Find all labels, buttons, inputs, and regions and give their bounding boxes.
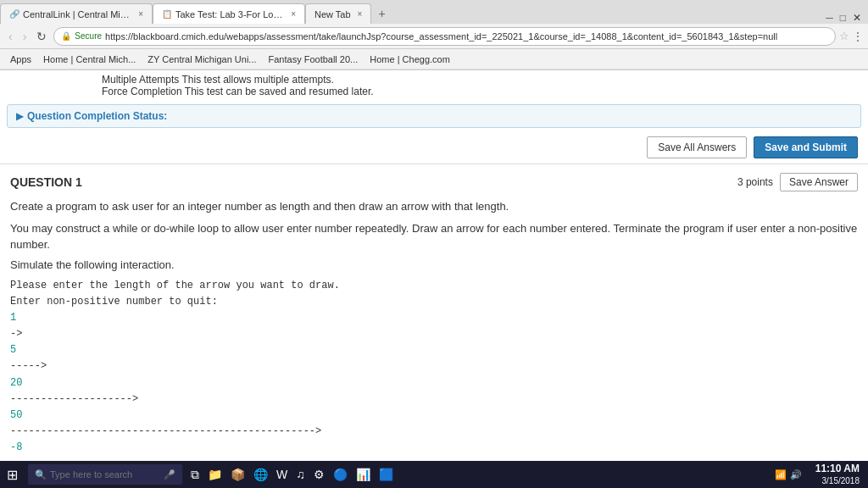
code-line-9: ----------------------------------------… xyxy=(10,424,858,440)
bookmark-apps[interactable]: Apps xyxy=(5,53,36,66)
question-1-text1: Create a program to ask user for an inte… xyxy=(10,198,858,215)
settings-icon[interactable]: ⚙ xyxy=(312,466,326,483)
word-icon[interactable]: W xyxy=(275,466,289,483)
maximize-button[interactable]: □ xyxy=(840,12,846,24)
tab-close-3[interactable]: × xyxy=(358,9,363,19)
bookmark-zy-central[interactable]: ZY Central Michigan Uni... xyxy=(142,53,261,66)
code-line-1: Enter non-positive number to quit: xyxy=(10,294,858,310)
tab-close-1[interactable]: × xyxy=(138,9,143,19)
qcs-icon: ▶ xyxy=(16,110,24,122)
address-box[interactable]: 🔒 Secure https://blackboard.cmich.edu/we… xyxy=(53,27,836,46)
qcs-bar: ▶ Question Completion Status: xyxy=(7,104,861,128)
windows-icon: ⊞ xyxy=(7,467,18,483)
back-button[interactable]: ‹ xyxy=(5,28,16,45)
question-1-simulate: Simulate the following interaction. xyxy=(10,258,858,271)
app7-icon[interactable]: 🟦 xyxy=(377,466,395,483)
save-submit-button[interactable]: Save and Submit xyxy=(754,136,858,158)
bookmark-fantasy[interactable]: Fantasy Football 20... xyxy=(264,53,364,66)
question-1-code: Please enter the length of the arrow you… xyxy=(10,278,858,457)
app5-icon[interactable]: 🔵 xyxy=(331,466,349,483)
question-1-title: QUESTION 1 xyxy=(10,175,82,189)
task-view-icon[interactable]: ⧉ xyxy=(189,466,201,484)
dropbox-icon[interactable]: 📦 xyxy=(229,466,247,483)
spotify-icon[interactable]: ♫ xyxy=(294,466,307,483)
taskbar-clock: 11:10 AM 3/15/2018 xyxy=(807,462,868,488)
clock-date: 3/15/2018 xyxy=(815,475,860,487)
forward-button[interactable]: › xyxy=(19,28,31,45)
question-1-header: QUESTION 1 3 points Save Answer xyxy=(10,173,858,191)
new-tab-button[interactable]: + xyxy=(371,3,392,24)
bookmark-star[interactable]: ☆ xyxy=(839,30,849,42)
taskbar: ⊞ 🔍 🎤 ⧉ 📁 📦 🌐 W ♫ ⚙ 🔵 📊 🟦 📶 🔊 11:10 AM 3… xyxy=(0,461,868,488)
tab-centrallink[interactable]: 🔗 CentralLink | Central Mic... × xyxy=(0,3,153,24)
taskbar-search-box[interactable]: 🔍 🎤 xyxy=(28,464,182,485)
action-row: Save All Answers Save and Submit xyxy=(0,131,868,164)
save-all-button[interactable]: Save All Answers xyxy=(647,136,747,158)
multiple-attempts-info: Multiple Attempts This test allows multi… xyxy=(102,74,766,86)
minimize-button[interactable]: ─ xyxy=(826,12,833,24)
system-tray: 📶 🔊 xyxy=(770,469,807,480)
bookmark-chegg[interactable]: Home | Chegg.com xyxy=(364,53,455,66)
bookmark-home-central[interactable]: Home | Central Mich... xyxy=(38,53,141,66)
reload-button[interactable]: ↻ xyxy=(33,28,50,45)
browser-chrome: 🔗 CentralLink | Central Mic... × 📋 Take … xyxy=(0,0,868,70)
taskbar-app-icons: ⧉ 📁 📦 🌐 W ♫ ⚙ 🔵 📊 🟦 xyxy=(186,466,398,484)
code-line-6: 20 xyxy=(10,375,858,391)
question-1-save-answer[interactable]: Save Answer xyxy=(780,173,858,191)
wifi-icon: 📶 xyxy=(775,469,787,480)
force-completion-info: Force Completion This test can be saved … xyxy=(102,86,766,97)
taskbar-search-input[interactable] xyxy=(50,469,160,480)
info-strip: Multiple Attempts This test allows multi… xyxy=(0,70,868,101)
bookmarks-bar: Apps Home | Central Mich... ZY Central M… xyxy=(0,49,868,69)
code-line-3: -> xyxy=(10,326,858,342)
code-line-2: 1 xyxy=(10,310,858,326)
question-1-points: 3 points xyxy=(737,176,773,188)
code-line-4: 5 xyxy=(10,342,858,358)
clock-time: 11:10 AM xyxy=(815,462,860,476)
code-line-7: --------------------> xyxy=(10,391,858,408)
code-line-10: -8 xyxy=(10,440,858,456)
volume-icon: 🔊 xyxy=(790,469,802,480)
tab-taketest[interactable]: 📋 Take Test: Lab 3-For Loo... × xyxy=(153,3,305,24)
edge-icon[interactable]: 🌐 xyxy=(252,466,270,483)
question-1-right: 3 points Save Answer xyxy=(737,173,858,191)
secure-label: Secure xyxy=(75,31,102,41)
app6-icon[interactable]: 📊 xyxy=(354,466,372,483)
microphone-icon: 🎤 xyxy=(164,469,175,480)
address-bar-row: ‹ › ↻ 🔒 Secure https://blackboard.cmich.… xyxy=(0,24,868,49)
qcs-label: Question Completion Status: xyxy=(27,110,167,122)
explorer-icon[interactable]: 📁 xyxy=(206,466,224,483)
close-button[interactable]: ✕ xyxy=(853,12,861,24)
tab-bar: 🔗 CentralLink | Central Mic... × 📋 Take … xyxy=(0,0,868,24)
tab-close-2[interactable]: × xyxy=(291,9,296,19)
question-1-text2: You may construct a while or do-while lo… xyxy=(10,220,858,253)
page-content: Multiple Attempts This test allows multi… xyxy=(0,70,868,488)
question-1-block: QUESTION 1 3 points Save Answer Create a… xyxy=(0,164,868,488)
search-icon: 🔍 xyxy=(35,469,47,480)
code-line-0: Please enter the length of the arrow you… xyxy=(10,278,858,294)
tab-newtab[interactable]: New Tab × xyxy=(305,3,371,24)
address-text: https://blackboard.cmich.edu/webapps/ass… xyxy=(105,31,828,42)
code-line-8: 50 xyxy=(10,408,858,424)
start-button[interactable]: ⊞ xyxy=(0,461,25,488)
menu-button[interactable]: ⋮ xyxy=(853,30,863,42)
code-line-5: -----> xyxy=(10,358,858,374)
secure-icon: 🔒 xyxy=(61,31,71,41)
